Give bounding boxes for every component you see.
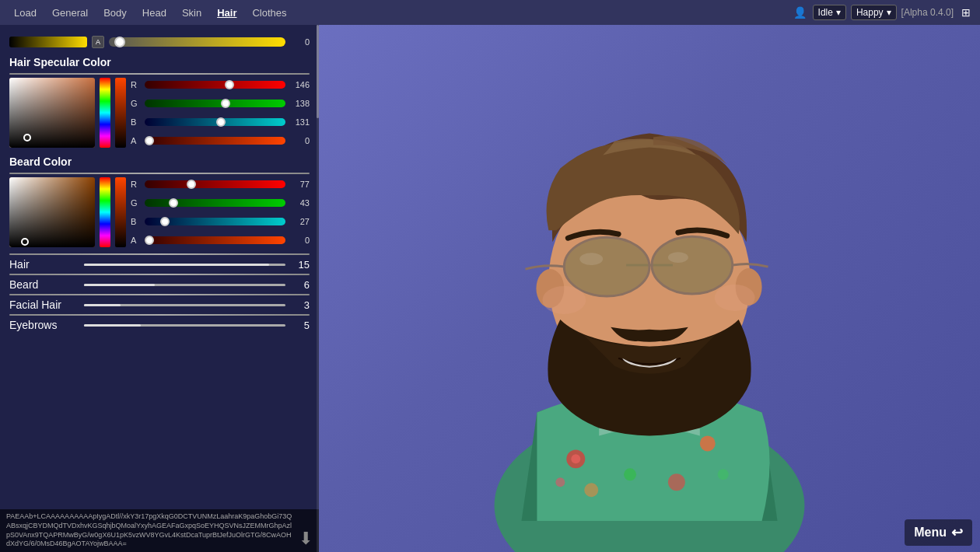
nav-hair[interactable]: Hair [209,4,244,22]
beard-A-value: 0 [290,236,310,245]
svg-point-3 [700,435,716,451]
beard-rainbow-bar[interactable] [100,177,110,247]
hair-B-row: B 131 [131,117,310,127]
hair-slider-track[interactable] [84,264,285,266]
beard-A-track[interactable] [145,236,285,244]
beard-slider-value: 6 [290,279,310,291]
hair-specular-divider [9,73,310,75]
eyebrows-slider-label: Eyebrows [9,319,79,331]
hair-A-label: A [131,136,140,145]
hair-slider-value: 15 [290,259,310,271]
character-viewport[interactable] [319,25,980,552]
hair-specular-picker: R 146 G 138 B 131 [9,78,310,148]
beard-R-track[interactable] [145,180,285,188]
facial-hair-slider-track[interactable] [84,304,285,306]
menu-label: Menu [914,526,947,540]
beard-A-row: A 0 [131,236,310,245]
emotion-dropdown[interactable]: Happy ▾ [851,5,897,20]
beard-slider-track[interactable] [84,284,285,286]
user-icon[interactable]: 👤 [793,5,808,20]
beard-color-picker: R 77 G 43 B 27 [9,177,310,247]
beard-B-value: 27 [290,217,310,226]
beard-B-track[interactable] [145,218,285,225]
beard-color-title: Beard Color [9,155,310,168]
eyebrows-slider-divider [9,314,310,316]
nav-clothes[interactable]: Clothes [244,4,294,22]
svg-point-16 [579,253,603,265]
facial-hair-slider-value: 3 [290,299,310,311]
hair-B-track[interactable] [145,118,285,126]
hair-slider-divider [9,253,310,255]
nav-skin[interactable]: Skin [174,4,209,22]
hair-channel-sliders: R 146 G 138 B 131 [131,78,310,148]
nav-load[interactable]: Load [6,4,44,22]
hair-alpha-value: 0 [290,37,310,47]
beard-B-label: B [131,217,140,226]
hair-G-row: G 138 [131,99,310,108]
svg-point-8 [555,477,565,487]
hair-rainbow-bar[interactable] [100,78,110,148]
hair-R-track[interactable] [145,81,285,89]
hair-slider-row: Hair 15 [9,258,310,271]
svg-point-20 [542,286,586,314]
eyebrows-slider-track[interactable] [84,324,285,327]
hair-B-label: B [131,117,140,127]
top-nav: Load General Body Head Skin Hair Clothes… [0,0,980,25]
character-svg [319,25,980,552]
beard-R-label: R [131,180,140,189]
hair-G-label: G [131,99,140,108]
nav-head[interactable]: Head [135,4,174,22]
svg-point-4 [624,468,636,480]
beard-picker-dot[interactable] [21,238,29,246]
nav-body[interactable]: Body [96,4,135,22]
nav-right: 👤 Idle ▾ Happy ▾ [Alpha 0.4.0] ⊞ [793,5,974,20]
beard-B-row: B 27 [131,217,310,226]
beard-alpha-bar[interactable] [115,177,126,247]
beard-gradient-square[interactable] [9,177,95,247]
beard-G-row: G 43 [131,198,310,208]
bottom-bar: PAEAAb+LCAAAAAAAAAApIygADtl//xkY3r17pgXk… [0,509,319,552]
nav-general[interactable]: General [44,4,96,22]
svg-point-5 [668,473,685,491]
eyebrows-slider-value: 5 [290,320,310,331]
expand-icon[interactable]: ⊞ [958,5,974,20]
eyebrows-slider-row: Eyebrows 5 [9,319,310,331]
menu-arrow-icon: ↩ [951,524,963,541]
hair-R-label: R [131,80,140,89]
beard-slider-row: Beard 6 [9,278,310,291]
beard-G-label: G [131,198,140,208]
hair-alpha-track[interactable] [109,37,285,47]
hair-A-track[interactable] [145,137,285,145]
hair-G-value: 138 [290,99,310,108]
version-label: [Alpha 0.4.0] [901,7,954,18]
hair-alpha-row: A 0 [9,36,310,48]
hair-color-swatch [9,37,87,47]
hair-alpha-bar[interactable] [115,78,126,148]
beard-G-value: 43 [290,198,310,208]
beard-slider-label: Beard [9,278,79,291]
svg-point-7 [718,469,729,480]
svg-point-21 [715,285,755,311]
svg-point-2 [571,454,580,463]
hair-A-value: 0 [290,136,310,145]
hair-G-track[interactable] [145,100,285,107]
hair-picker-dot[interactable] [23,134,31,141]
svg-point-17 [668,252,688,263]
export-code: PAEAAb+LCAAAAAAAAAApIygADtl//xkY3r17pgXk… [6,512,292,549]
hair-specular-gradient-square[interactable] [9,78,95,148]
svg-point-6 [584,483,598,497]
beard-R-value: 77 [290,180,310,189]
facial-hair-slider-label: Facial Hair [9,299,79,311]
hair-R-value: 146 [290,80,310,89]
hair-slider-label: Hair [9,258,79,271]
status-dropdown[interactable]: Idle ▾ [813,5,846,20]
hair-B-value: 131 [290,117,310,127]
beard-G-track[interactable] [145,199,285,207]
download-icon[interactable]: ⬇ [299,529,313,549]
beard-color-divider [9,173,310,174]
menu-button[interactable]: Menu ↩ [905,519,972,546]
facial-hair-slider-row: Facial Hair 3 [9,299,310,311]
named-sliders-section: Hair 15 Beard 6 Facial Hair 3 Ey [9,253,310,331]
beard-channel-sliders: R 77 G 43 B 27 [131,177,310,247]
facial-hair-slider-divider [9,294,310,295]
